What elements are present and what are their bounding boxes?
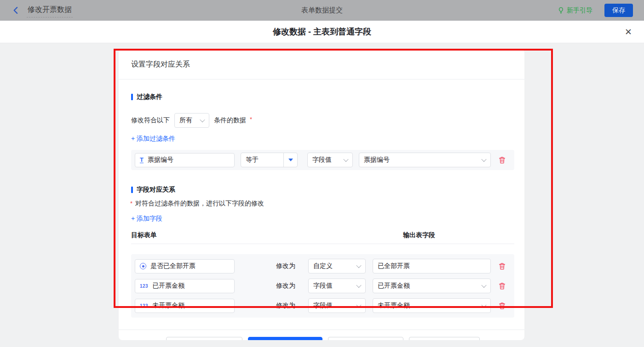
filter-condition-row: T 票据编号 等于 字段值 票据编号 [131,150,514,170]
modal-body: 设置字段对应关系 过滤条件 修改符合以下 所有 条件的数据 * + 添加过滤条件… [0,43,644,347]
chevron-down-icon [356,302,361,307]
divider [131,244,514,244]
next-step-button[interactable]: 下一步：设置新增数据 [328,337,403,340]
trash-icon [498,262,506,270]
close-icon[interactable]: ✕ [625,28,632,36]
delete-row-button[interactable] [498,302,506,310]
top-bar: 表单数据提交 修改开票数据 新手引导 保存 [0,0,644,21]
other-settings-button[interactable]: 其他设置 [409,337,480,340]
radio-icon [140,263,146,269]
add-filter-condition-link[interactable]: + 添加过滤条件 [131,135,175,143]
section-marker [131,187,133,193]
mapping-rows: 是否已全部开票 修改为 自定义 已全部开票 [131,254,514,318]
add-field-link[interactable]: + 添加字段 [131,215,162,223]
back-button[interactable] [11,6,20,15]
required-mark: * [250,116,252,123]
chevron-down-icon [481,302,486,307]
footer-actions: 上一步：设置触发动作 完成 下一步：设置新增数据 其他设置 [131,330,514,340]
chevron-left-icon [12,6,20,14]
mapping-row: 是否已全部开票 修改为 自定义 已全部开票 [135,259,506,273]
modify-label: 修改为 [276,282,298,290]
value-type-select[interactable]: 自定义 [308,259,366,273]
filter-section-title: 过滤条件 [131,93,514,101]
flow-title[interactable]: 修改开票数据 [27,4,73,17]
mapping-row: 123 已开票金额 修改为 字段值 已开票金额 [135,279,506,293]
value-type-select[interactable]: 字段值 [307,153,353,167]
target-field-select[interactable]: 123 未开票金额 [135,299,235,313]
modify-label: 修改为 [276,262,298,270]
divider [119,79,524,80]
filter-field-select[interactable]: T 票据编号 [135,153,235,167]
target-field-select[interactable]: 123 已开票金额 [135,279,235,293]
chevron-down-icon [481,157,486,162]
modal-header: 修改数据 - 主表到普通字段 ✕ [0,21,644,43]
mapping-row: 123 未开票金额 修改为 字段值 未开票金额 [135,298,506,313]
prev-step-button[interactable]: 上一步：设置触发动作 [166,337,242,340]
target-field-select[interactable]: 是否已全部开票 [135,259,235,273]
modal-title: 修改数据 - 主表到普通字段 [273,26,371,37]
trash-icon [498,282,506,290]
col-output-field: 输出表字段 [403,231,435,239]
beginner-guide-link[interactable]: 新手引导 [558,6,592,15]
output-field-select[interactable]: 已开票金额 [373,279,491,293]
required-mark: * [130,200,132,207]
chevron-down-icon [200,117,205,122]
panel-title: 设置字段对应关系 [131,49,514,69]
mapping-section-title: 字段对应关系 [131,186,514,194]
col-target-form: 目标表单 [131,231,157,239]
done-button[interactable]: 完成 [248,337,322,340]
delete-filter-button[interactable] [498,156,506,164]
page-title: 表单数据提交 [0,6,644,15]
value-type-select[interactable]: 字段值 [308,298,366,313]
lightbulb-icon [558,7,564,14]
delete-row-button[interactable] [498,262,506,270]
custom-value-input[interactable]: 已全部开票 [373,259,491,273]
mapping-description: * 对符合过滤条件的数据，进行以下字段的修改 [131,199,514,208]
chevron-down-icon [343,157,348,162]
modify-label: 修改为 [276,301,298,310]
output-field-select[interactable]: 未开票金额 [373,298,491,313]
operator-select[interactable]: 等于 [241,153,298,167]
number-field-icon: 123 [140,284,148,289]
trash-icon [498,302,506,310]
chevron-down-icon [481,283,486,288]
section-marker [131,94,133,100]
chevron-down-icon [356,283,361,288]
settings-panel: 设置字段对应关系 过滤条件 修改符合以下 所有 条件的数据 * + 添加过滤条件… [119,49,524,340]
caret-down-icon [288,159,293,161]
columns-header: 目标表单 输出表字段 [131,231,514,239]
number-field-icon: 123 [140,303,148,308]
value-type-select[interactable]: 字段值 [308,279,366,293]
match-prefix-label: 修改符合以下 [131,116,170,125]
match-suffix-label: 条件的数据 [214,116,246,125]
guide-label: 新手引导 [567,6,592,15]
match-mode-select[interactable]: 所有 [174,113,209,128]
filter-value-select[interactable]: 票据编号 [359,153,491,167]
chevron-down-icon [356,263,361,268]
save-button[interactable]: 保存 [604,4,633,17]
text-field-icon: T [140,157,144,163]
delete-row-button[interactable] [498,282,506,290]
trash-icon [498,156,506,164]
